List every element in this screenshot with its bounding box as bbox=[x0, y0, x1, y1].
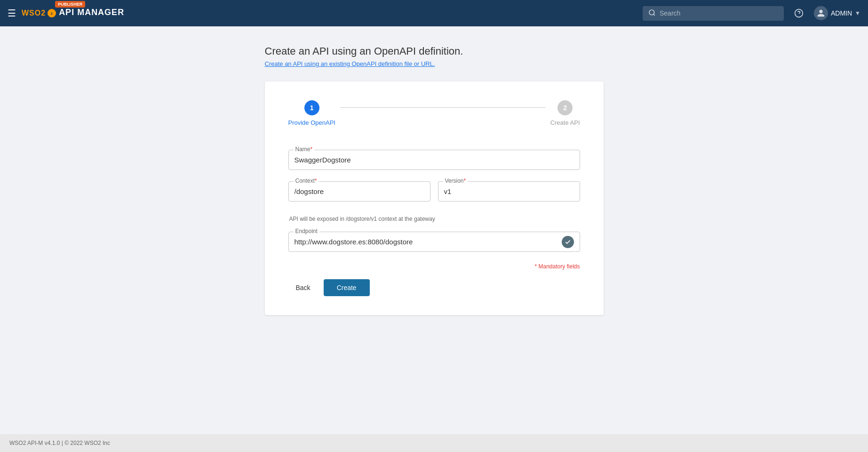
search-input[interactable] bbox=[660, 9, 778, 17]
header-left: ☰ WSO2 ₂ PUBLISHER API MANAGER bbox=[8, 8, 124, 19]
endpoint-field-group: Endpoint bbox=[288, 232, 580, 252]
step-1-circle: 1 bbox=[304, 100, 319, 115]
context-input[interactable] bbox=[295, 186, 424, 197]
version-input[interactable] bbox=[444, 186, 574, 197]
name-input[interactable] bbox=[295, 154, 574, 166]
context-version-row: Context* Version* bbox=[288, 181, 580, 213]
logo-wso2-text: WSO2 bbox=[22, 9, 46, 17]
avatar bbox=[814, 6, 828, 20]
form-card: 1 Provide OpenAPI 2 Create API Name* bbox=[265, 81, 604, 315]
name-label: Name* bbox=[294, 146, 315, 153]
name-field-wrapper: Name* bbox=[288, 150, 580, 170]
header: ☰ WSO2 ₂ PUBLISHER API MANAGER bbox=[0, 0, 868, 26]
back-button[interactable]: Back bbox=[288, 280, 318, 295]
create-button[interactable]: Create bbox=[324, 279, 370, 296]
context-label: Context* bbox=[294, 178, 319, 184]
page-title: Create an API using an OpenAPI definitio… bbox=[265, 45, 604, 57]
admin-label: ADMIN bbox=[831, 9, 852, 17]
context-field-wrapper: Context* bbox=[288, 181, 430, 202]
logo-wso2: WSO2 ₂ bbox=[22, 9, 56, 17]
footer-text: WSO2 API-M v4.1.0 | © 2022 WSO2 Inc bbox=[9, 440, 110, 446]
version-field-group: Version* bbox=[438, 181, 580, 202]
version-field-wrapper: Version* bbox=[438, 181, 580, 202]
step-2-circle: 2 bbox=[557, 100, 573, 115]
main-content: Create an API using an OpenAPI definitio… bbox=[0, 26, 868, 434]
logo-circle: ₂ bbox=[48, 9, 56, 17]
chevron-down-icon: ▼ bbox=[855, 10, 860, 16]
step-2-label: Create API bbox=[550, 119, 580, 126]
stepper: 1 Provide OpenAPI 2 Create API bbox=[288, 100, 580, 126]
version-label: Version* bbox=[443, 178, 468, 184]
step-2: 2 Create API bbox=[550, 100, 580, 126]
svg-line-1 bbox=[653, 14, 655, 16]
page-header: Create an API using an OpenAPI definitio… bbox=[265, 45, 604, 67]
endpoint-field-wrapper: Endpoint bbox=[288, 232, 580, 252]
search-icon bbox=[648, 9, 656, 18]
logo-api-manager: API MANAGER bbox=[59, 8, 124, 17]
logo-area: WSO2 ₂ PUBLISHER API MANAGER bbox=[22, 9, 124, 17]
step-1: 1 Provide OpenAPI bbox=[288, 100, 335, 126]
search-container[interactable] bbox=[643, 6, 784, 21]
page-subtitle: Create an API using an existing OpenAPI … bbox=[265, 60, 604, 67]
endpoint-check-icon bbox=[562, 236, 574, 248]
name-field-group: Name* bbox=[288, 150, 580, 170]
step-line bbox=[340, 107, 546, 108]
menu-icon[interactable]: ☰ bbox=[8, 8, 16, 19]
context-hint: API will be exposed in /dogstore/v1 cont… bbox=[288, 216, 580, 222]
mandatory-note: * Mandatory fields bbox=[288, 263, 580, 270]
footer: WSO2 API-M v4.1.0 | © 2022 WSO2 Inc bbox=[0, 434, 868, 452]
context-field-group: Context* bbox=[288, 181, 430, 202]
svg-point-0 bbox=[649, 10, 654, 15]
endpoint-input[interactable] bbox=[295, 236, 559, 248]
step-1-label: Provide OpenAPI bbox=[288, 119, 335, 126]
endpoint-label: Endpoint bbox=[294, 228, 319, 234]
header-right: ADMIN ▼ bbox=[643, 6, 860, 21]
publisher-badge: PUBLISHER bbox=[55, 1, 85, 8]
form-actions: Back Create bbox=[288, 279, 580, 296]
help-icon[interactable] bbox=[791, 6, 806, 21]
admin-area[interactable]: ADMIN ▼ bbox=[814, 6, 860, 20]
